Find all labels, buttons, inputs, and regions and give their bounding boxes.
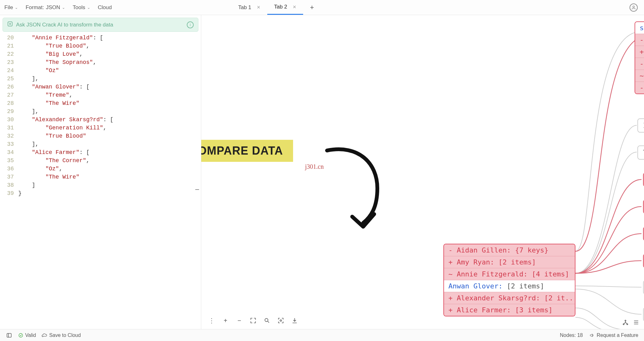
hierarchy-icon[interactable]: [622, 319, 629, 326]
status-nodes: Nodes: 18: [560, 332, 583, 338]
topbar: File⌄ Format: JSON⌄ Tools⌄ Cloud Tab 1× …: [0, 0, 644, 15]
arrow-icon: [321, 144, 390, 232]
menu-left: File⌄ Format: JSON⌄ Tools⌄ Cloud: [0, 4, 112, 11]
menu-file-label: File: [4, 4, 13, 11]
panel-toggle-icon[interactable]: [6, 332, 13, 339]
graph-node[interactable]: In Treatment: [637, 118, 644, 133]
check-icon: [18, 333, 23, 338]
menu-cloud-label: Cloud: [98, 4, 112, 11]
ai-banner[interactable]: Ask JSON Crack AI to transform the data …: [3, 18, 198, 32]
svg-point-2: [265, 318, 268, 321]
chevron-down-icon: ⌄: [15, 5, 18, 10]
graph-pane[interactable]: string: "some string"- int: "2"+ otherin…: [201, 15, 644, 329]
svg-point-3: [280, 320, 282, 321]
megaphone-icon: [590, 333, 595, 338]
tab-2-label: Tab 2: [274, 4, 287, 10]
svg-point-6: [627, 324, 628, 325]
account-icon[interactable]: [630, 3, 638, 12]
status-valid: Valid: [18, 332, 36, 338]
request-feature-button[interactable]: Request a Feature: [590, 332, 638, 338]
statusbar: Valid Save to Cloud Nodes: 18 Request a …: [0, 329, 644, 341]
request-feature-label: Request a Feature: [597, 332, 638, 338]
svg-rect-7: [7, 333, 11, 337]
menu-cloud[interactable]: Cloud: [98, 4, 112, 11]
list-icon[interactable]: [633, 319, 640, 326]
add-tab-button[interactable]: +: [303, 0, 321, 15]
fold-indicator: [195, 189, 199, 190]
more-icon[interactable]: ⋮: [208, 317, 215, 324]
ai-banner-text: Ask JSON Crack AI to transform the data: [16, 22, 113, 28]
canvas-toolbar-right: [622, 319, 640, 326]
graph-canvas[interactable]: string: "some string"- int: "2"+ otherin…: [201, 15, 644, 329]
svg-point-4: [625, 320, 626, 321]
save-cloud-button[interactable]: Save to Cloud: [42, 332, 81, 338]
focus-icon[interactable]: [277, 317, 284, 324]
diff-node-top[interactable]: string: "some string"- int: "2"+ otherin…: [635, 21, 644, 94]
menu-format-value: JSON: [46, 4, 60, 11]
svg-point-0: [633, 6, 634, 7]
menu-file[interactable]: File⌄: [4, 4, 18, 11]
menu-tools[interactable]: Tools⌄: [73, 4, 90, 11]
save-cloud-label: Save to Cloud: [49, 332, 81, 338]
svg-point-5: [623, 324, 624, 325]
topbar-right: [630, 3, 638, 12]
tab-2[interactable]: Tab 2×: [267, 0, 303, 15]
chevron-down-icon: ⌄: [62, 5, 65, 10]
tab-1[interactable]: Tab 1×: [231, 0, 267, 15]
download-icon[interactable]: [291, 317, 298, 324]
menu-format-prefix: Format:: [25, 4, 44, 11]
line-gutter: 2021222324252627282930313233343536373839: [0, 34, 18, 329]
tab-1-label: Tab 1: [238, 4, 251, 11]
chevron-down-icon: ⌄: [87, 5, 90, 10]
ai-icon: [7, 21, 13, 28]
close-icon[interactable]: ×: [257, 4, 260, 11]
graph-node[interactable]: The Wire: [637, 145, 644, 160]
editor-pane: Ask JSON Crack AI to transform the data …: [0, 15, 201, 329]
fit-icon[interactable]: [250, 317, 257, 324]
code-body[interactable]: "Annie Fitzgerald": [ "True Blood", "Big…: [18, 34, 201, 329]
search-icon[interactable]: [264, 317, 270, 324]
status-valid-label: Valid: [25, 332, 36, 338]
menu-format[interactable]: Format: JSON⌄: [25, 4, 65, 11]
tabs: Tab 1× Tab 2× +: [231, 0, 321, 15]
code-editor[interactable]: 2021222324252627282930313233343536373839…: [0, 34, 201, 329]
menu-tools-label: Tools: [73, 4, 85, 11]
diff-node-main[interactable]: - Aidan Gillen: {7 keys}+ Amy Ryan: [2 i…: [443, 244, 575, 316]
compare-data-label: Compare Data: [201, 140, 293, 162]
info-icon[interactable]: i: [187, 21, 194, 28]
canvas-toolbar: ⋮ + −: [205, 315, 301, 326]
zoom-out-icon[interactable]: −: [236, 317, 243, 324]
cloud-icon: [42, 332, 47, 338]
svg-point-8: [19, 333, 23, 337]
zoom-in-icon[interactable]: +: [222, 317, 229, 324]
close-icon[interactable]: ×: [293, 4, 296, 10]
graph-edges: [201, 15, 644, 329]
